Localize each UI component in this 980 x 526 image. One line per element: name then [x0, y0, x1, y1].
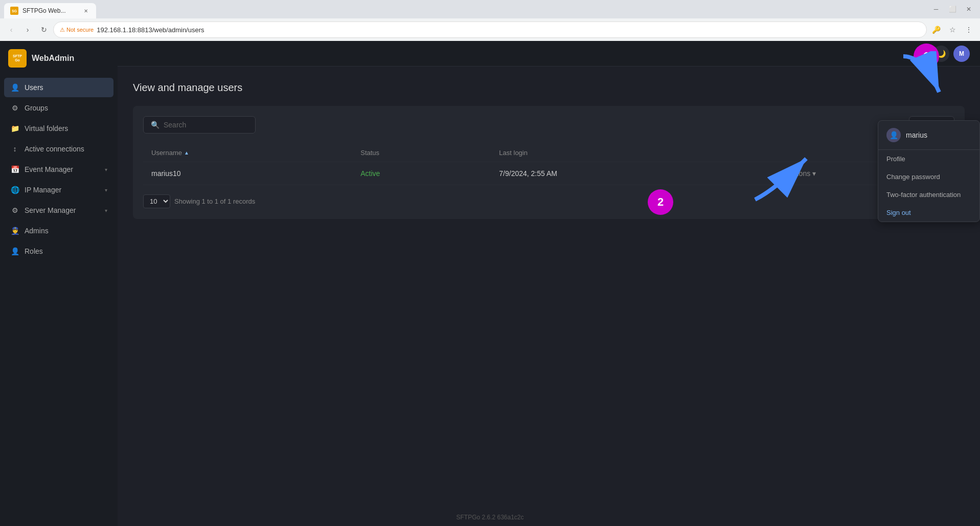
two-factor-auth-menu-item[interactable]: Two-factor authentication — [878, 186, 979, 204]
tab-close-button[interactable]: ✕ — [82, 7, 90, 15]
close-button[interactable]: ✕ — [962, 2, 976, 16]
table-row: marius10 Active 7/9/2024, 2:55 AM Action… — [143, 162, 954, 185]
users-card: 🔍 Column ▾ Username ▲ — [133, 106, 965, 219]
search-input[interactable] — [164, 121, 248, 129]
page-title: View and manage users — [133, 82, 965, 94]
not-secure-indicator: ⚠ Not secure — [60, 27, 94, 33]
reload-button[interactable]: ↻ — [37, 23, 51, 37]
sort-icon: ▲ — [184, 150, 189, 156]
url-text: 192.168.1.18:8813/web/admin/users — [97, 26, 204, 34]
page-size-select[interactable]: 10 — [143, 194, 170, 208]
folders-icon: 📁 — [10, 124, 19, 133]
sidebar: SFTP Go WebAdmin 👤 Users ⚙ Groups 📁 Virt… — [0, 41, 118, 526]
username-column-header[interactable]: Username ▲ — [143, 144, 352, 162]
page-content: View and manage users 🔍 Column ▾ — [118, 67, 980, 526]
search-icon: 🔍 — [151, 121, 159, 129]
change-password-menu-item[interactable]: Change password — [878, 168, 979, 186]
table-header-row: Username ▲ Status Last login — [143, 144, 954, 162]
brand-name: WebAdmin — [32, 54, 74, 63]
sidebar-item-admins[interactable]: 👮 Admins — [4, 221, 113, 240]
user-dropdown-menu: 👤 marius Profile Change password Two-fac… — [878, 120, 980, 222]
annotation-arrow-2 — [724, 148, 827, 210]
tab-favicon: SG — [10, 7, 18, 15]
app-container: SFTP Go WebAdmin 👤 Users ⚙ Groups 📁 Virt… — [0, 41, 980, 526]
users-table: Username ▲ Status Last login — [143, 144, 954, 185]
forward-button[interactable]: › — [20, 23, 35, 37]
sidebar-item-active-connections[interactable]: ↕ Active connections — [4, 139, 113, 159]
chevron-down-icon: ▾ — [105, 167, 107, 172]
browser-tab[interactable]: SG SFTPGo Web... ✕ — [4, 3, 96, 18]
app-footer: SFTPGo 2.6.2 636a1c2c — [456, 514, 523, 521]
sidebar-navigation: 👤 Users ⚙ Groups 📁 Virtual folders ↕ Act… — [0, 78, 118, 261]
status-column-header: Status — [352, 144, 491, 162]
restore-button[interactable]: ⬜ — [945, 2, 960, 16]
tab-bar: SG SFTPGo Web... ✕ ─ ⬜ ✕ — [0, 0, 980, 18]
user-avatar-button[interactable]: M — [953, 46, 970, 62]
admins-icon: 👮 — [10, 226, 19, 235]
sidebar-item-ip-manager[interactable]: 🌐 IP Manager ▾ — [4, 180, 113, 200]
top-bar: 🌙 M — [118, 41, 980, 67]
sidebar-item-event-manager[interactable]: 📅 Event Manager ▾ — [4, 160, 113, 179]
ip-icon: 🌐 — [10, 185, 19, 194]
chevron-down-icon-ip: ▾ — [105, 187, 107, 193]
annotation-1: 1 — [914, 43, 939, 69]
browser-chrome: SG SFTPGo Web... ✕ ─ ⬜ ✕ ‹ › ↻ ⚠ Not sec… — [0, 0, 980, 41]
search-box[interactable]: 🔍 — [143, 116, 256, 134]
tab-title: SFTPGo Web... — [22, 7, 65, 14]
browser-toolbar: ‹ › ↻ ⚠ Not secure 192.168.1.18:8813/web… — [0, 18, 980, 41]
sign-out-menu-item[interactable]: Sign out — [878, 204, 979, 222]
sidebar-brand: SFTP Go WebAdmin — [0, 49, 118, 78]
sidebar-item-users[interactable]: 👤 Users — [4, 78, 113, 97]
showing-records-text: Showing 1 to 1 of 1 records — [174, 198, 255, 205]
event-icon: 📅 — [10, 165, 19, 174]
menu-button[interactable]: ⋮ — [962, 23, 976, 37]
status-badge: Active — [360, 169, 380, 178]
status-cell: Active — [352, 162, 491, 185]
page-size-selector: 10 Showing 1 to 1 of 1 records — [143, 194, 255, 208]
back-button[interactable]: ‹ — [4, 23, 18, 37]
sidebar-item-groups[interactable]: ⚙ Groups — [4, 98, 113, 118]
brand-logo: SFTP Go — [8, 49, 27, 68]
minimize-button[interactable]: ─ — [929, 2, 943, 16]
table-footer: 10 Showing 1 to 1 of 1 records ‹ 1 › — [143, 193, 954, 209]
dropdown-avatar: 👤 — [886, 128, 901, 142]
main-content-area: 🌙 M View and manage users 🔍 Column ▾ — [118, 41, 980, 526]
bookmark-button[interactable]: ☆ — [945, 23, 960, 37]
sidebar-item-server-manager[interactable]: ⚙ Server Manager ▾ — [4, 201, 113, 220]
groups-icon: ⚙ — [10, 103, 19, 113]
profile-menu-item[interactable]: Profile — [878, 150, 979, 168]
sidebar-item-virtual-folders[interactable]: 📁 Virtual folders — [4, 119, 113, 138]
server-icon: ⚙ — [10, 206, 19, 215]
dropdown-header: 👤 marius — [878, 121, 979, 150]
roles-icon: 👤 — [10, 247, 19, 256]
username-cell: marius10 — [143, 162, 352, 185]
sidebar-item-roles[interactable]: 👤 Roles — [4, 242, 113, 261]
connections-icon: ↕ — [10, 144, 19, 154]
card-toolbar: 🔍 Column ▾ — [143, 116, 954, 134]
toolbar-right: 🔑 ☆ ⋮ — [929, 23, 976, 37]
password-manager-icon[interactable]: 🔑 — [929, 23, 943, 37]
annotation-2: 2 — [648, 189, 673, 215]
address-bar[interactable]: ⚠ Not secure 192.168.1.18:8813/web/admin… — [53, 21, 927, 38]
dropdown-username: marius — [906, 131, 927, 139]
users-icon: 👤 — [10, 83, 19, 92]
chevron-down-icon-server: ▾ — [105, 208, 107, 213]
